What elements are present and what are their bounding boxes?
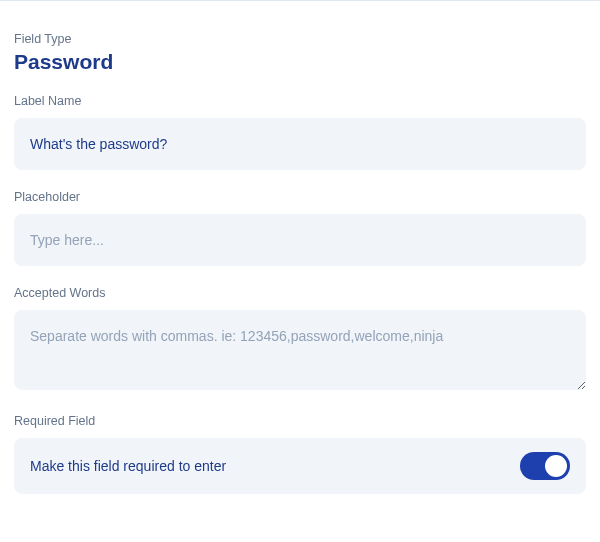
required-field-label: Required Field	[14, 414, 586, 428]
accepted-words-textarea[interactable]	[14, 310, 586, 390]
required-field-row: Make this field required to enter	[14, 438, 586, 494]
top-divider	[0, 0, 600, 1]
required-field-description: Make this field required to enter	[30, 458, 226, 474]
accepted-words-label: Accepted Words	[14, 286, 586, 300]
placeholder-input[interactable]	[14, 214, 586, 266]
label-name-input[interactable]	[14, 118, 586, 170]
field-editor-panel: Field Type Password Label Name Placehold…	[14, 14, 586, 494]
required-field-group: Required Field Make this field required …	[14, 414, 586, 494]
placeholder-group: Placeholder	[14, 190, 586, 266]
header-section: Field Type Password	[14, 14, 586, 74]
required-field-toggle[interactable]	[520, 452, 570, 480]
label-name-label: Label Name	[14, 94, 586, 108]
field-type-value: Password	[14, 50, 586, 74]
accepted-words-group: Accepted Words	[14, 286, 586, 394]
placeholder-label: Placeholder	[14, 190, 586, 204]
field-type-label: Field Type	[14, 32, 586, 46]
toggle-knob-icon	[545, 455, 567, 477]
label-name-group: Label Name	[14, 94, 586, 170]
